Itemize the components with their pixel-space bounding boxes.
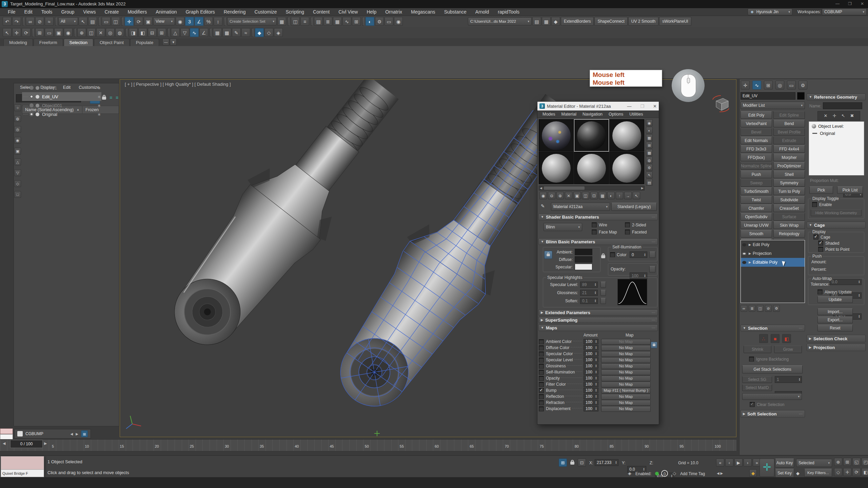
modifier-button[interactable]: VertexPaint bbox=[741, 120, 772, 127]
material-editor-menu-item[interactable]: Utilities bbox=[626, 112, 646, 117]
rt-attach-icon[interactable]: ⊞ bbox=[157, 28, 166, 37]
rt-plane-icon[interactable]: ▭ bbox=[45, 28, 54, 37]
map-amount-spinner[interactable]: 100 bbox=[584, 388, 598, 393]
close-button[interactable]: ✕ bbox=[861, 1, 864, 6]
menu-item[interactable]: Create bbox=[100, 8, 123, 16]
modifier-button[interactable]: Subdivide bbox=[773, 196, 805, 204]
separator[interactable] bbox=[74, 28, 76, 37]
menu-item[interactable]: Customize bbox=[250, 8, 281, 16]
highlight-map-button[interactable] bbox=[600, 282, 606, 288]
menu-item[interactable]: rapidTools bbox=[493, 8, 524, 16]
select-sg-button[interactable]: Select SG bbox=[742, 376, 772, 383]
map-slot-button[interactable]: No Map bbox=[601, 339, 651, 345]
rollout-supersampling[interactable]: ▶SuperSampling⋯ bbox=[538, 317, 658, 323]
sample-tiling-icon[interactable]: ⊞ bbox=[646, 142, 653, 148]
separator[interactable] bbox=[288, 17, 290, 26]
modifier-button[interactable]: FFD 3x3x3 bbox=[741, 145, 772, 153]
user-account-menu[interactable]: ☻ Hyunsuk Jin ▾ bbox=[748, 8, 792, 15]
select-and-scale-icon[interactable]: ▣ bbox=[144, 17, 153, 26]
map-amount-spinner[interactable]: 100 bbox=[584, 339, 598, 344]
project-folder-icon[interactable]: ▤ bbox=[532, 17, 541, 26]
vertex-subobject-icon[interactable]: ∴ bbox=[759, 334, 768, 343]
pan-icon[interactable]: ✛ bbox=[843, 468, 851, 476]
map-enable-checkbox[interactable] bbox=[539, 400, 544, 405]
key-mode-toggle-icon[interactable]: ◆ bbox=[749, 469, 757, 477]
map-amount-spinner[interactable]: 100 bbox=[584, 406, 598, 411]
material-editor-menu-item[interactable]: Navigation bbox=[579, 112, 606, 117]
separator[interactable] bbox=[167, 28, 170, 37]
modifier-list-select[interactable]: Modifier List▾ bbox=[741, 102, 805, 109]
configure-modifier-sets-icon[interactable]: ⚙ bbox=[773, 305, 780, 312]
material-sample-slot[interactable] bbox=[609, 152, 644, 184]
make-preview-icon[interactable]: ◍ bbox=[646, 157, 653, 163]
rollout-blinn-basic[interactable]: ▼Blinn Basic Parameters⋯ bbox=[538, 238, 658, 245]
collapse-all-icon[interactable]: ≡ bbox=[116, 95, 118, 100]
separator[interactable] bbox=[362, 17, 364, 26]
modifier-button[interactable]: Edit Normals bbox=[741, 137, 772, 144]
maxscript-mini-listener-pink[interactable] bbox=[0, 428, 13, 434]
display-containers-icon[interactable]: □ bbox=[14, 191, 21, 198]
material-sample-slot[interactable] bbox=[574, 152, 609, 184]
modifier-button[interactable]: Retopology bbox=[773, 230, 805, 238]
select-matid-button[interactable]: Select MatID bbox=[742, 384, 772, 391]
rollout-selection-check[interactable]: ▶Selection Check bbox=[807, 335, 866, 342]
spinner-snap-icon[interactable]: ↕ bbox=[214, 17, 222, 26]
asset-library-icon[interactable]: ▦ bbox=[542, 17, 551, 26]
pick-color-pipette-icon[interactable]: ✎ bbox=[541, 203, 545, 209]
rt-hard-icon[interactable]: ∠ bbox=[199, 28, 208, 37]
map-enable-checkbox[interactable] bbox=[539, 364, 544, 369]
go-forward-icon[interactable]: → bbox=[624, 192, 632, 199]
rt-ring-icon[interactable]: ◍ bbox=[115, 28, 124, 37]
modifier-button[interactable]: Bevel bbox=[741, 128, 772, 136]
material-sample-slot[interactable] bbox=[539, 119, 574, 151]
toolbar-script-button[interactable]: ExtendBorders bbox=[561, 17, 594, 26]
pick-material-icon[interactable]: ↖ bbox=[633, 192, 640, 199]
modifier-button[interactable]: Turn to Poly bbox=[773, 187, 805, 195]
menu-item[interactable]: Modifiers bbox=[123, 8, 151, 16]
separator[interactable] bbox=[98, 17, 100, 26]
menu-item[interactable]: Megascans bbox=[407, 8, 440, 16]
orbit-icon[interactable]: ⟳ bbox=[852, 468, 861, 476]
maps-lock-icon[interactable] bbox=[651, 342, 657, 348]
go-to-parent-icon[interactable]: ↑ bbox=[616, 192, 623, 199]
modifier-button[interactable]: Symmetry bbox=[773, 179, 805, 187]
rt-weld-icon[interactable]: ⊕ bbox=[77, 28, 86, 37]
modifier-button[interactable]: Push bbox=[741, 170, 772, 178]
align-icon[interactable]: ≡ bbox=[300, 17, 309, 26]
put-to-library-icon[interactable]: ◫ bbox=[582, 192, 589, 199]
lock-explorer-icon[interactable] bbox=[102, 95, 106, 101]
frozen-snowflake-icon[interactable]: ∗ bbox=[97, 112, 101, 117]
unlink-icon[interactable]: ⊘ bbox=[35, 17, 44, 26]
map-enable-checkbox[interactable] bbox=[539, 382, 544, 387]
show-end-result-icon[interactable]: ≣ bbox=[749, 305, 755, 312]
map-enable-checkbox[interactable] bbox=[539, 345, 544, 350]
map-slot-button[interactable]: No Map bbox=[601, 351, 651, 357]
modifier-button[interactable]: CreaseSet bbox=[773, 204, 805, 212]
menu-item[interactable]: Arnold bbox=[471, 8, 493, 16]
object-color-swatch[interactable] bbox=[797, 92, 805, 100]
modifier-button[interactable]: Smooth bbox=[741, 230, 772, 238]
options-icon[interactable]: ⚙ bbox=[646, 164, 653, 171]
pick-list-button[interactable]: Pick List bbox=[837, 186, 863, 194]
modifier-button[interactable]: Surface bbox=[773, 213, 805, 221]
next-frame-icon[interactable]: › bbox=[744, 459, 752, 467]
rt-mirror-icon[interactable]: ◨ bbox=[129, 28, 138, 37]
map-slot-button[interactable]: No Map bbox=[601, 345, 651, 351]
modifier-button[interactable]: Bend bbox=[773, 120, 805, 127]
selection-filter-select[interactable]: All▾ bbox=[58, 17, 78, 25]
new-key-icon[interactable]: ◆ bbox=[796, 471, 800, 476]
get-stack-selections-button[interactable]: Get Stack Selections bbox=[742, 365, 803, 373]
menu-item[interactable]: Group bbox=[57, 8, 79, 16]
menu-item[interactable]: Views bbox=[79, 8, 100, 16]
key-filters-button[interactable]: Key Filters... bbox=[804, 469, 832, 477]
visibility-eye-icon[interactable] bbox=[29, 103, 34, 107]
zoom-region-icon[interactable]: ◰ bbox=[862, 458, 868, 466]
workspace-select[interactable]: CGBUMP ▾ bbox=[822, 8, 867, 15]
ribbon-toggle-icon[interactable]: ▦ bbox=[333, 17, 342, 26]
map-amount-spinner[interactable]: 100 bbox=[584, 369, 598, 375]
reference-coordinate-select[interactable]: View▾ bbox=[153, 17, 175, 25]
map-amount-spinner[interactable]: 100 bbox=[584, 363, 598, 369]
expand-arrow-icon[interactable]: ▶ bbox=[749, 243, 751, 246]
menu-item[interactable]: Animation bbox=[151, 8, 181, 16]
layer-manager-icon[interactable]: ≣ bbox=[323, 17, 332, 26]
